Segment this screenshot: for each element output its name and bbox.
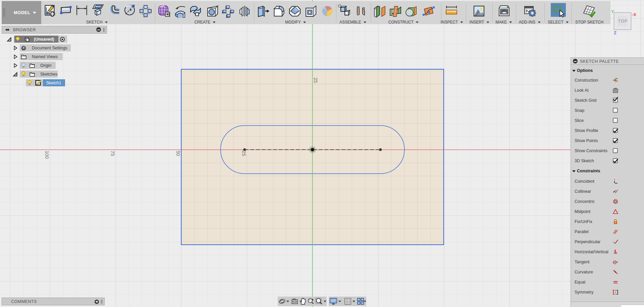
svg-text:25: 25 [313,78,318,83]
svg-text:25: 25 [241,151,247,156]
svg-text:50: 50 [175,151,181,156]
svg-text:75: 75 [110,151,115,156]
svg-text:100: 100 [44,151,50,159]
